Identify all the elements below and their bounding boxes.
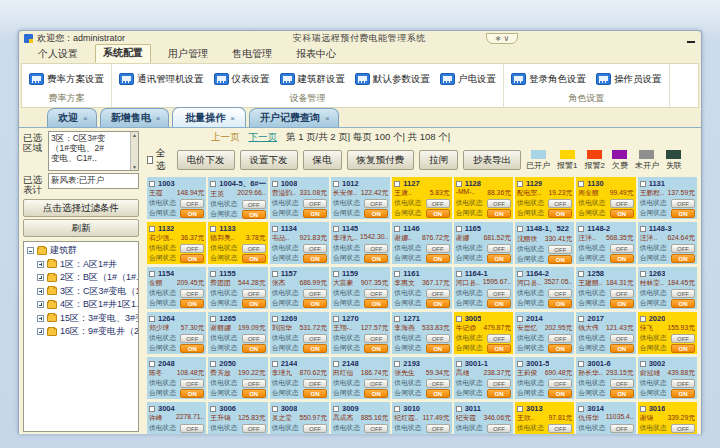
switch-status-toggle[interactable]: ON bbox=[671, 299, 695, 308]
card-checkbox[interactable] bbox=[149, 361, 155, 367]
supply-status-toggle[interactable]: OFF bbox=[548, 289, 572, 298]
close-icon[interactable]: × bbox=[230, 114, 235, 123]
meter-card-2193[interactable]: 2193 张先生 59.34元 供电状态 OFF 合闸状态 ON bbox=[392, 357, 451, 399]
supply-status-toggle[interactable]: OFF bbox=[671, 334, 695, 343]
supply-status-toggle[interactable]: OFF bbox=[180, 244, 204, 253]
card-checkbox[interactable] bbox=[333, 406, 339, 412]
close-icon[interactable]: × bbox=[325, 114, 330, 123]
switch-status-toggle[interactable]: ON bbox=[303, 299, 327, 308]
supply-status-toggle[interactable]: OFF bbox=[671, 379, 695, 388]
selected-type-listbox[interactable]: 新风表:已开户 bbox=[48, 173, 139, 189]
ribbon-tab-4[interactable]: 报表中心 bbox=[289, 46, 343, 63]
supply-status-toggle[interactable]: OFF bbox=[180, 289, 204, 298]
listbox-scrollbar[interactable]: ▲▼ bbox=[130, 132, 138, 170]
meter-card-3004[interactable]: 3004 许峰 2278.71.. 供电状态 OFF 合闸状态 ON bbox=[147, 402, 206, 434]
meter-card-1164-1[interactable]: 1164-1 河口县.. 1595.67.. 供电状态 OFF 合闸状态 ON bbox=[454, 267, 513, 309]
supply-status-toggle[interactable]: OFF bbox=[180, 379, 204, 388]
switch-status-toggle[interactable]: ON bbox=[610, 209, 634, 218]
tree-item[interactable]: 4区：B区1#井1区1.. bbox=[27, 298, 137, 312]
card-checkbox[interactable] bbox=[210, 361, 216, 367]
meter-card-1155[interactable]: 1155 费团团 544.28元 供电状态 OFF 合闸状态 ON bbox=[208, 267, 267, 309]
meter-card-3008[interactable]: 3008 吴之堂 550.97元 供电状态 OFF 合闸状态 ON bbox=[270, 402, 329, 434]
minimize-button[interactable] bbox=[686, 34, 696, 43]
switch-status-toggle[interactable]: ON bbox=[303, 389, 327, 398]
expand-icon[interactable] bbox=[37, 274, 44, 281]
card-checkbox[interactable] bbox=[394, 181, 400, 187]
switch-status-toggle[interactable]: ON bbox=[487, 434, 511, 435]
card-checkbox[interactable] bbox=[456, 181, 462, 187]
meter-card-1263[interactable]: 1263 桂林堂.. 184.45元 供电状态 OFF 合闸状态 ON bbox=[638, 267, 697, 309]
switch-status-toggle[interactable]: ON bbox=[610, 389, 634, 398]
switch-status-toggle[interactable]: ON bbox=[426, 254, 450, 263]
switch-status-toggle[interactable]: ON bbox=[426, 389, 450, 398]
supply-status-toggle[interactable]: OFF bbox=[303, 379, 327, 388]
supply-status-toggle[interactable]: OFF bbox=[426, 289, 450, 298]
switch-status-toggle[interactable]: ON bbox=[671, 254, 695, 263]
batch-button[interactable]: 抄表导出 bbox=[463, 150, 521, 170]
card-checkbox[interactable] bbox=[333, 226, 339, 232]
switch-status-toggle[interactable]: ON bbox=[242, 434, 266, 435]
supply-status-toggle[interactable]: OFF bbox=[242, 379, 266, 388]
switch-status-toggle[interactable]: ON bbox=[364, 254, 388, 263]
ribbon-button[interactable]: 登录角色设置 bbox=[511, 73, 586, 86]
supply-status-toggle[interactable]: OFF bbox=[364, 289, 388, 298]
card-checkbox[interactable] bbox=[149, 316, 155, 322]
card-checkbox[interactable] bbox=[517, 181, 523, 187]
meter-card-1129[interactable]: 1129 配电室.. 19.23元 供电状态 OFF 合闸状态 ON bbox=[515, 177, 574, 219]
meter-card-1148-1、522[interactable]: 1148-1、522 沈丽铁 330.41元 供电状态 OFF 合闸状态 ON bbox=[515, 222, 574, 264]
meter-card-1258[interactable]: 1258 王建丽.. 184.31元 供电状态 OFF 合闸状态 ON bbox=[576, 267, 635, 309]
collapse-icon[interactable] bbox=[27, 247, 34, 254]
card-checkbox[interactable] bbox=[578, 361, 584, 367]
ribbon-button[interactable]: 费率方案设置 bbox=[29, 73, 104, 86]
supply-status-toggle[interactable]: OFF bbox=[671, 244, 695, 253]
switch-status-toggle[interactable]: ON bbox=[364, 389, 388, 398]
supply-status-toggle[interactable]: OFF bbox=[671, 199, 695, 208]
supply-status-toggle[interactable]: OFF bbox=[180, 424, 204, 433]
ribbon-tab-3[interactable]: 售电管理 bbox=[225, 46, 279, 63]
supply-status-toggle[interactable]: OFF bbox=[242, 244, 266, 253]
card-checkbox[interactable] bbox=[640, 406, 646, 412]
batch-button[interactable]: 设置下发 bbox=[240, 150, 298, 170]
meter-card-2020[interactable]: 2020 佳飞 155.93元 供电状态 OFF 合闸状态 ON bbox=[638, 312, 697, 354]
switch-status-toggle[interactable]: ON bbox=[180, 209, 204, 218]
meter-card-1012[interactable]: 1012 长安保.. 122.42元 供电状态 OFF 合闸状态 ON bbox=[331, 177, 390, 219]
meter-card-3006[interactable]: 3006 王升锦 125.83元 供电状态 OFF 合闸状态 ON bbox=[208, 402, 267, 434]
meter-card-3011[interactable]: 3011 纪安霞 346.06元 供电状态 OFF 合闸状态 ON bbox=[454, 402, 513, 434]
close-icon[interactable]: × bbox=[156, 114, 161, 123]
switch-status-toggle[interactable]: ON bbox=[548, 434, 572, 435]
meter-card-1128[interactable]: 1128 -MM-.. 88.36元 供电状态 OFF 合闸状态 ON bbox=[454, 177, 513, 219]
supply-status-toggle[interactable]: OFF bbox=[548, 424, 572, 433]
supply-status-toggle[interactable]: OFF bbox=[487, 424, 511, 433]
ribbon-button[interactable]: 通讯管理机设置 bbox=[119, 73, 204, 86]
meter-card-2014[interactable]: 2014 安思忆 202.95元 供电状态 OFF 合闸状态 ON bbox=[515, 312, 574, 354]
meter-card-1146[interactable]: 1146 谢娜.. 876.72元 供电状态 OFF 合闸状态 ON bbox=[392, 222, 451, 264]
supply-status-toggle[interactable]: OFF bbox=[303, 199, 327, 208]
card-checkbox[interactable] bbox=[272, 406, 278, 412]
switch-status-toggle[interactable]: ON bbox=[180, 434, 204, 435]
supply-status-toggle[interactable]: OFF bbox=[487, 244, 511, 253]
ribbon-button[interactable]: 户电设置 bbox=[440, 73, 496, 86]
switch-status-toggle[interactable]: ON bbox=[610, 299, 634, 308]
supply-status-toggle[interactable]: OFF bbox=[364, 379, 388, 388]
switch-status-toggle[interactable]: ON bbox=[487, 254, 511, 263]
select-all[interactable]: 全选 bbox=[147, 147, 168, 173]
card-checkbox[interactable] bbox=[272, 316, 278, 322]
expand-icon[interactable] bbox=[37, 301, 44, 308]
supply-status-toggle[interactable]: OFF bbox=[610, 424, 634, 433]
meter-card-1148-3[interactable]: 1148-3 汪洋.. 624.64元 供电状态 OFF 合闸状态 ON bbox=[638, 222, 697, 264]
supply-status-toggle[interactable]: OFF bbox=[242, 424, 266, 433]
supply-status-toggle[interactable]: OFF bbox=[303, 424, 327, 433]
meter-card-3014[interactable]: 3014 仇传华 11035.4.. 供电状态 OFF 合闸状态 ON bbox=[576, 402, 635, 434]
switch-status-toggle[interactable]: ON bbox=[364, 344, 388, 353]
switch-status-toggle[interactable]: ON bbox=[548, 255, 572, 264]
ribbon-button[interactable]: 默认参数设置 bbox=[355, 73, 430, 86]
ribbon-tab-0[interactable]: 个人设置 bbox=[31, 46, 85, 63]
switch-status-toggle[interactable]: ON bbox=[671, 209, 695, 218]
ribbon-tab-1[interactable]: 系统配置 bbox=[95, 44, 151, 63]
card-checkbox[interactable] bbox=[210, 406, 216, 412]
supply-status-toggle[interactable]: OFF bbox=[426, 379, 450, 388]
card-checkbox[interactable] bbox=[333, 361, 339, 367]
card-checkbox[interactable] bbox=[149, 271, 155, 277]
supply-status-toggle[interactable]: OFF bbox=[364, 244, 388, 253]
card-checkbox[interactable] bbox=[517, 271, 523, 277]
